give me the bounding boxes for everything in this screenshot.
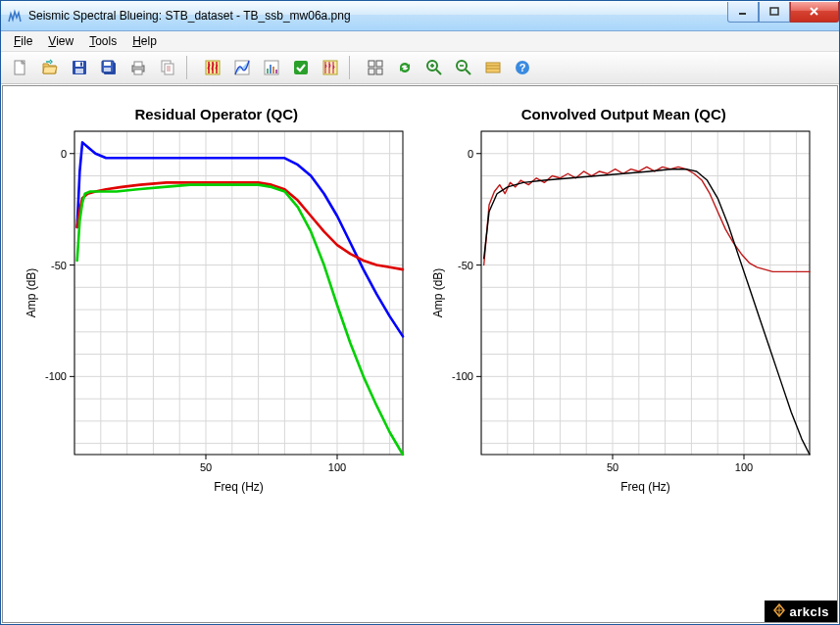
menu-help[interactable]: Help xyxy=(125,32,164,50)
open-button[interactable] xyxy=(36,54,64,81)
menu-bar: File View Tools Help xyxy=(1,31,839,52)
run-button[interactable] xyxy=(287,54,315,81)
toolbar: ? xyxy=(1,52,839,84)
charts-container: Residual Operator (QC) 501000-50-100Freq… xyxy=(3,86,837,622)
svg-text:100: 100 xyxy=(328,461,346,473)
histogram-button[interactable] xyxy=(258,54,285,81)
svg-rect-115 xyxy=(481,131,810,455)
title-bar: Seismic Spectral Blueing: STB_dataset - … xyxy=(1,1,839,31)
svg-rect-8 xyxy=(80,63,82,67)
brand-badge: arkcls xyxy=(765,601,837,622)
svg-rect-27 xyxy=(275,70,277,73)
svg-text:0: 0 xyxy=(61,148,67,160)
brand-icon xyxy=(772,603,786,620)
tile-button[interactable] xyxy=(362,54,389,81)
svg-text:-100: -100 xyxy=(45,370,67,382)
svg-rect-41 xyxy=(486,63,500,72)
print-button[interactable] xyxy=(124,54,152,81)
close-button[interactable] xyxy=(790,2,839,23)
seismic-panel-button[interactable] xyxy=(199,54,226,81)
svg-text:100: 100 xyxy=(735,461,753,473)
svg-rect-31 xyxy=(376,61,382,67)
save-button[interactable] xyxy=(66,54,93,81)
chart-title: Residual Operator (QC) xyxy=(21,106,413,122)
svg-rect-32 xyxy=(369,69,374,74)
minimize-button[interactable] xyxy=(727,2,759,23)
menu-file[interactable]: File xyxy=(7,32,39,50)
svg-rect-26 xyxy=(272,67,274,73)
chart-plot: 501000-50-100Freq (Hz)Amp (dB) xyxy=(427,126,819,499)
inversion-button[interactable] xyxy=(228,54,256,81)
svg-text:0: 0 xyxy=(468,148,473,160)
client-area: Residual Operator (QC) 501000-50-100Freq… xyxy=(2,85,838,623)
svg-rect-33 xyxy=(376,69,382,74)
svg-rect-24 xyxy=(267,69,269,73)
svg-rect-7 xyxy=(75,69,83,73)
help-button[interactable]: ? xyxy=(509,54,536,81)
svg-text:50: 50 xyxy=(200,461,212,473)
svg-text:-50: -50 xyxy=(458,260,473,271)
svg-text:Amp (dB): Amp (dB) xyxy=(25,268,38,318)
toolbar-separator xyxy=(349,56,357,79)
svg-rect-12 xyxy=(104,68,111,72)
new-button[interactable] xyxy=(7,54,34,81)
window-title: Seismic Spectral Blueing: STB_dataset - … xyxy=(28,9,727,23)
copy-button[interactable] xyxy=(154,54,181,81)
svg-rect-30 xyxy=(369,61,374,67)
app-window: Seismic Spectral Blueing: STB_dataset - … xyxy=(0,0,840,625)
menu-view[interactable]: View xyxy=(41,32,80,50)
refresh-button[interactable] xyxy=(391,54,419,81)
zoom-out-button[interactable] xyxy=(450,54,477,81)
svg-text:Freq (Hz): Freq (Hz) xyxy=(214,480,264,494)
svg-line-39 xyxy=(466,70,470,74)
maximize-button[interactable] xyxy=(759,2,790,23)
chart-residual-operator: Residual Operator (QC) 501000-50-100Freq… xyxy=(21,106,413,502)
svg-rect-11 xyxy=(104,62,111,66)
zoom-fit-button[interactable] xyxy=(479,54,507,81)
chart-plot: 501000-50-100Freq (Hz)Amp (dB) xyxy=(21,126,413,499)
brand-label: arkcls xyxy=(789,604,829,619)
svg-text:50: 50 xyxy=(607,461,618,473)
svg-text:?: ? xyxy=(519,62,526,73)
chart-title: Convolved Output Mean (QC) xyxy=(427,106,819,122)
svg-rect-14 xyxy=(134,62,142,67)
svg-rect-74 xyxy=(74,131,403,455)
svg-text:Freq (Hz): Freq (Hz) xyxy=(620,480,670,494)
menu-tools[interactable]: Tools xyxy=(82,32,124,50)
svg-text:-100: -100 xyxy=(452,370,473,382)
svg-line-35 xyxy=(436,70,441,74)
zoom-in-button[interactable] xyxy=(420,54,448,81)
svg-rect-25 xyxy=(270,65,272,73)
chart-convolved-output: Convolved Output Mean (QC) 501000-50-100… xyxy=(427,106,819,502)
window-controls xyxy=(727,2,839,22)
toolbar-separator xyxy=(186,56,194,79)
svg-text:Amp (dB): Amp (dB) xyxy=(431,268,445,318)
svg-rect-28 xyxy=(294,61,308,74)
svg-rect-1 xyxy=(770,8,778,15)
svg-rect-15 xyxy=(134,70,142,74)
svg-text:-50: -50 xyxy=(51,260,67,271)
spectrum-button[interactable] xyxy=(317,54,344,81)
save-all-button[interactable] xyxy=(95,54,123,81)
app-icon xyxy=(7,8,23,24)
